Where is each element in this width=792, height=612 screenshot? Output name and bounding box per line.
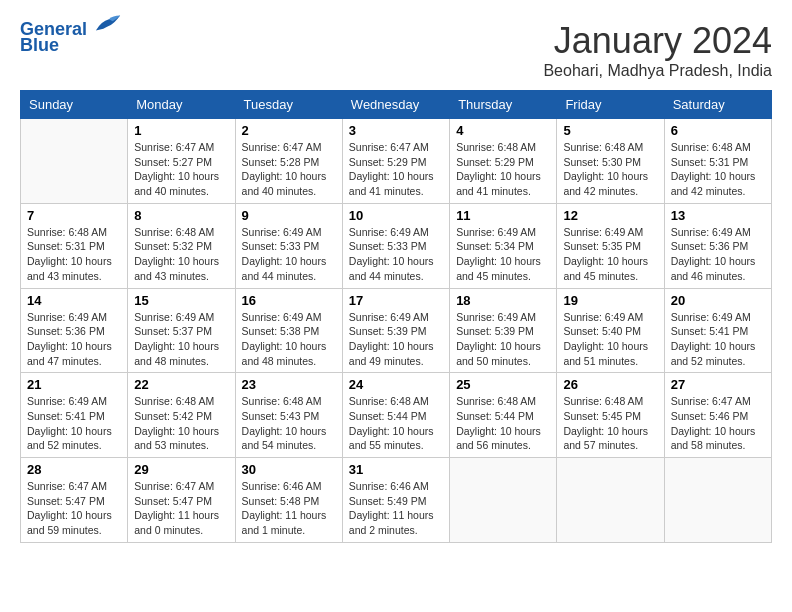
day-info: Sunrise: 6:48 AM Sunset: 5:42 PM Dayligh… — [134, 394, 228, 453]
logo: General Blue — [20, 20, 122, 56]
day-number: 9 — [242, 208, 336, 223]
day-info: Sunrise: 6:48 AM Sunset: 5:31 PM Dayligh… — [27, 225, 121, 284]
day-number: 24 — [349, 377, 443, 392]
day-info: Sunrise: 6:47 AM Sunset: 5:46 PM Dayligh… — [671, 394, 765, 453]
day-info: Sunrise: 6:49 AM Sunset: 5:39 PM Dayligh… — [456, 310, 550, 369]
day-cell: 4Sunrise: 6:48 AM Sunset: 5:29 PM Daylig… — [450, 119, 557, 204]
header-monday: Monday — [128, 91, 235, 119]
day-number: 8 — [134, 208, 228, 223]
day-cell: 24Sunrise: 6:48 AM Sunset: 5:44 PM Dayli… — [342, 373, 449, 458]
day-number: 15 — [134, 293, 228, 308]
day-cell: 22Sunrise: 6:48 AM Sunset: 5:42 PM Dayli… — [128, 373, 235, 458]
day-info: Sunrise: 6:49 AM Sunset: 5:36 PM Dayligh… — [27, 310, 121, 369]
day-number: 1 — [134, 123, 228, 138]
day-cell: 12Sunrise: 6:49 AM Sunset: 5:35 PM Dayli… — [557, 203, 664, 288]
calendar-header-row: SundayMondayTuesdayWednesdayThursdayFrid… — [21, 91, 772, 119]
day-cell: 27Sunrise: 6:47 AM Sunset: 5:46 PM Dayli… — [664, 373, 771, 458]
day-number: 4 — [456, 123, 550, 138]
day-cell: 15Sunrise: 6:49 AM Sunset: 5:37 PM Dayli… — [128, 288, 235, 373]
day-info: Sunrise: 6:49 AM Sunset: 5:34 PM Dayligh… — [456, 225, 550, 284]
header-sunday: Sunday — [21, 91, 128, 119]
day-cell: 19Sunrise: 6:49 AM Sunset: 5:40 PM Dayli… — [557, 288, 664, 373]
day-cell: 18Sunrise: 6:49 AM Sunset: 5:39 PM Dayli… — [450, 288, 557, 373]
day-info: Sunrise: 6:48 AM Sunset: 5:45 PM Dayligh… — [563, 394, 657, 453]
day-number: 27 — [671, 377, 765, 392]
header-thursday: Thursday — [450, 91, 557, 119]
day-number: 31 — [349, 462, 443, 477]
day-cell: 23Sunrise: 6:48 AM Sunset: 5:43 PM Dayli… — [235, 373, 342, 458]
day-info: Sunrise: 6:49 AM Sunset: 5:38 PM Dayligh… — [242, 310, 336, 369]
header-friday: Friday — [557, 91, 664, 119]
day-number: 12 — [563, 208, 657, 223]
day-cell: 1Sunrise: 6:47 AM Sunset: 5:27 PM Daylig… — [128, 119, 235, 204]
day-number: 23 — [242, 377, 336, 392]
day-info: Sunrise: 6:49 AM Sunset: 5:33 PM Dayligh… — [349, 225, 443, 284]
day-number: 11 — [456, 208, 550, 223]
day-cell: 2Sunrise: 6:47 AM Sunset: 5:28 PM Daylig… — [235, 119, 342, 204]
day-cell — [21, 119, 128, 204]
day-info: Sunrise: 6:48 AM Sunset: 5:32 PM Dayligh… — [134, 225, 228, 284]
day-cell: 13Sunrise: 6:49 AM Sunset: 5:36 PM Dayli… — [664, 203, 771, 288]
day-number: 30 — [242, 462, 336, 477]
day-info: Sunrise: 6:48 AM Sunset: 5:44 PM Dayligh… — [349, 394, 443, 453]
day-info: Sunrise: 6:47 AM Sunset: 5:47 PM Dayligh… — [27, 479, 121, 538]
page-header: General Blue January 2024 Beohari, Madhy… — [20, 20, 772, 80]
day-info: Sunrise: 6:47 AM Sunset: 5:29 PM Dayligh… — [349, 140, 443, 199]
day-cell: 10Sunrise: 6:49 AM Sunset: 5:33 PM Dayli… — [342, 203, 449, 288]
day-number: 28 — [27, 462, 121, 477]
day-cell: 26Sunrise: 6:48 AM Sunset: 5:45 PM Dayli… — [557, 373, 664, 458]
day-cell — [450, 458, 557, 543]
day-info: Sunrise: 6:46 AM Sunset: 5:49 PM Dayligh… — [349, 479, 443, 538]
day-info: Sunrise: 6:49 AM Sunset: 5:39 PM Dayligh… — [349, 310, 443, 369]
week-row-2: 7Sunrise: 6:48 AM Sunset: 5:31 PM Daylig… — [21, 203, 772, 288]
day-number: 2 — [242, 123, 336, 138]
day-number: 22 — [134, 377, 228, 392]
day-cell: 14Sunrise: 6:49 AM Sunset: 5:36 PM Dayli… — [21, 288, 128, 373]
day-number: 3 — [349, 123, 443, 138]
day-cell: 17Sunrise: 6:49 AM Sunset: 5:39 PM Dayli… — [342, 288, 449, 373]
day-number: 25 — [456, 377, 550, 392]
week-row-5: 28Sunrise: 6:47 AM Sunset: 5:47 PM Dayli… — [21, 458, 772, 543]
day-cell — [664, 458, 771, 543]
day-cell: 9Sunrise: 6:49 AM Sunset: 5:33 PM Daylig… — [235, 203, 342, 288]
day-number: 5 — [563, 123, 657, 138]
day-info: Sunrise: 6:48 AM Sunset: 5:44 PM Dayligh… — [456, 394, 550, 453]
day-cell: 6Sunrise: 6:48 AM Sunset: 5:31 PM Daylig… — [664, 119, 771, 204]
calendar-table: SundayMondayTuesdayWednesdayThursdayFrid… — [20, 90, 772, 543]
header-wednesday: Wednesday — [342, 91, 449, 119]
day-cell: 31Sunrise: 6:46 AM Sunset: 5:49 PM Dayli… — [342, 458, 449, 543]
day-info: Sunrise: 6:48 AM Sunset: 5:43 PM Dayligh… — [242, 394, 336, 453]
day-number: 17 — [349, 293, 443, 308]
header-saturday: Saturday — [664, 91, 771, 119]
day-number: 13 — [671, 208, 765, 223]
week-row-4: 21Sunrise: 6:49 AM Sunset: 5:41 PM Dayli… — [21, 373, 772, 458]
day-number: 14 — [27, 293, 121, 308]
day-info: Sunrise: 6:49 AM Sunset: 5:41 PM Dayligh… — [27, 394, 121, 453]
day-cell: 16Sunrise: 6:49 AM Sunset: 5:38 PM Dayli… — [235, 288, 342, 373]
day-number: 7 — [27, 208, 121, 223]
day-info: Sunrise: 6:49 AM Sunset: 5:35 PM Dayligh… — [563, 225, 657, 284]
day-info: Sunrise: 6:48 AM Sunset: 5:29 PM Dayligh… — [456, 140, 550, 199]
week-row-1: 1Sunrise: 6:47 AM Sunset: 5:27 PM Daylig… — [21, 119, 772, 204]
day-cell: 5Sunrise: 6:48 AM Sunset: 5:30 PM Daylig… — [557, 119, 664, 204]
day-info: Sunrise: 6:49 AM Sunset: 5:33 PM Dayligh… — [242, 225, 336, 284]
day-info: Sunrise: 6:49 AM Sunset: 5:36 PM Dayligh… — [671, 225, 765, 284]
day-cell: 11Sunrise: 6:49 AM Sunset: 5:34 PM Dayli… — [450, 203, 557, 288]
logo-bird-icon — [94, 13, 122, 35]
day-cell: 21Sunrise: 6:49 AM Sunset: 5:41 PM Dayli… — [21, 373, 128, 458]
day-number: 20 — [671, 293, 765, 308]
day-cell: 25Sunrise: 6:48 AM Sunset: 5:44 PM Dayli… — [450, 373, 557, 458]
day-number: 29 — [134, 462, 228, 477]
day-number: 21 — [27, 377, 121, 392]
day-number: 18 — [456, 293, 550, 308]
header-tuesday: Tuesday — [235, 91, 342, 119]
day-info: Sunrise: 6:47 AM Sunset: 5:28 PM Dayligh… — [242, 140, 336, 199]
title-block: January 2024 Beohari, Madhya Pradesh, In… — [543, 20, 772, 80]
day-info: Sunrise: 6:49 AM Sunset: 5:40 PM Dayligh… — [563, 310, 657, 369]
day-number: 26 — [563, 377, 657, 392]
day-number: 16 — [242, 293, 336, 308]
day-info: Sunrise: 6:48 AM Sunset: 5:30 PM Dayligh… — [563, 140, 657, 199]
day-cell: 7Sunrise: 6:48 AM Sunset: 5:31 PM Daylig… — [21, 203, 128, 288]
day-cell: 8Sunrise: 6:48 AM Sunset: 5:32 PM Daylig… — [128, 203, 235, 288]
week-row-3: 14Sunrise: 6:49 AM Sunset: 5:36 PM Dayli… — [21, 288, 772, 373]
